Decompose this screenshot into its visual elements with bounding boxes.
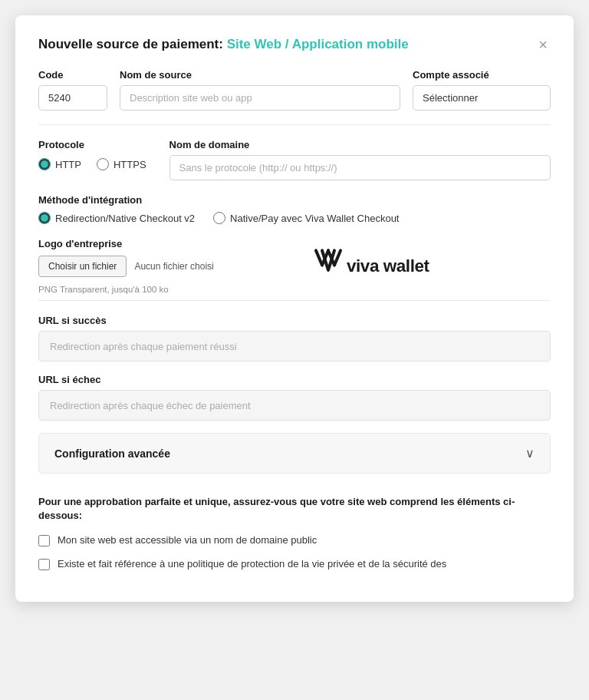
url-fail-input-wrapper [38,390,551,421]
methode-section: Méthode d'intégration Redirection/Native… [38,194,551,224]
methode-option1[interactable]: Redirection/Native Checkout v2 [38,212,195,224]
url-fail-input[interactable] [50,400,539,411]
domaine-input[interactable] [169,155,551,180]
compte-group: Compte associé Sélectionner [413,69,551,111]
methode-option2-label: Native/Pay avec Viva Wallet Checkout [230,213,399,224]
logo-group: Logo d'entreprise Choisir un fichier Auc… [38,238,214,294]
approval-title: Pour une approbation parfaite et unique,… [38,495,551,523]
protocole-http-radio[interactable] [38,158,51,170]
protocole-domaine-row: Protocole HTTP HTTPS Nom de domaine [38,139,551,180]
modal-header: Nouvelle source de paiement: Site Web / … [38,37,551,52]
protocole-http-option[interactable]: HTTP [38,158,81,170]
code-input[interactable] [38,85,107,111]
logo-label: Logo d'entreprise [38,238,214,249]
url-success-input[interactable] [50,341,539,352]
advanced-config-label: Configuration avancée [54,447,170,460]
methode-option2[interactable]: Native/Pay avec Viva Wallet Checkout [213,212,399,224]
checkbox-privacy-policy[interactable] [38,559,50,570]
checkbox-domain-public[interactable] [38,535,50,546]
methode-option1-label: Redirection/Native Checkout v2 [55,213,195,224]
checkbox-domain-label[interactable]: Mon site web est accessible via un nom d… [58,533,317,547]
protocole-https-radio[interactable] [97,158,109,170]
advanced-config-section[interactable]: Configuration avancée ∨ [38,433,551,474]
protocole-group: Protocole HTTP HTTPS [38,139,146,170]
svg-text:viva wallet: viva wallet [347,256,430,276]
logo-vivawallet-section: Logo d'entreprise Choisir un fichier Auc… [38,238,551,294]
modal-container: Nouvelle source de paiement: Site Web / … [15,15,574,602]
source-name-group: Nom de source [120,69,400,111]
protocole-options: HTTP HTTPS [38,158,146,170]
vivawallet-logo: viva wallet [229,238,551,290]
domaine-label: Nom de domaine [169,139,551,150]
vivawallet-svg: viva wallet [310,246,469,282]
protocole-label: Protocole [38,139,146,150]
url-success-input-wrapper [38,331,551,362]
checkbox-item-1: Mon site web est accessible via un nom d… [38,533,551,547]
file-no-file-label: Aucun fichier choisi [134,261,213,272]
methode-radio1[interactable] [38,212,51,224]
domaine-group: Nom de domaine [169,139,551,180]
protocole-https-option[interactable]: HTTPS [97,158,146,170]
methode-radio2[interactable] [213,212,225,224]
file-input-row: Choisir un fichier Aucun fichier choisi [38,256,214,277]
url-fail-label: URL si échec [38,374,551,385]
methode-options: Redirection/Native Checkout v2 Native/Pa… [38,212,551,224]
approval-section: Pour une approbation parfaite et unique,… [38,495,551,571]
file-hint: PNG Transparent, jusqu'à 100 ko [38,285,214,294]
code-label: Code [38,69,107,81]
url-success-label: URL si succès [38,315,551,326]
close-button[interactable]: × [535,37,551,52]
url-fail-section: URL si échec [38,374,551,421]
divider-1 [38,124,551,125]
checkbox-item-2: Existe et fait référence à une politique… [38,557,551,571]
compte-select-wrapper: Sélectionner [413,85,551,111]
protocole-http-label: HTTP [55,159,81,170]
source-name-label: Nom de source [120,69,400,81]
source-name-input[interactable] [120,85,400,111]
file-choose-button[interactable]: Choisir un fichier [38,256,127,277]
top-fields-row: Code Nom de source Compte associé Sélect… [38,69,551,111]
modal-title: Nouvelle source de paiement: Site Web / … [38,37,409,52]
protocole-https-label: HTTPS [114,159,146,170]
chevron-down-icon: ∨ [525,446,535,461]
compte-label: Compte associé [413,69,551,81]
url-success-section: URL si succès [38,315,551,362]
code-group: Code [38,69,107,111]
compte-select[interactable]: Sélectionner [413,85,551,111]
divider-2 [38,300,551,301]
checkbox-privacy-label[interactable]: Existe et fait référence à une politique… [58,557,446,571]
methode-label: Méthode d'intégration [38,194,551,206]
